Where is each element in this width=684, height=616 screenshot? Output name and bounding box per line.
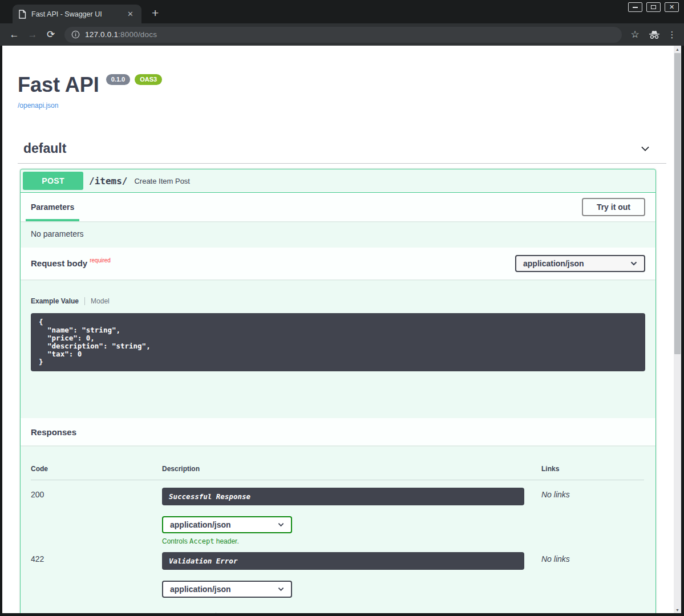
tab-model[interactable]: Model <box>216 613 241 613</box>
tag-name: default <box>23 141 66 156</box>
parameters-section-header: Parameters Try it out <box>21 193 655 221</box>
chevron-down-icon <box>278 522 284 527</box>
window-frame-bottom <box>0 613 684 616</box>
column-description: Description <box>162 465 524 480</box>
column-code: Code <box>31 465 162 480</box>
accept-note-suffix: header. <box>214 537 238 545</box>
address-bar[interactable]: 127.0.0.1:8000/docs <box>64 27 622 43</box>
window-controls: ✕ <box>628 2 679 12</box>
http-method-badge: POST <box>23 172 83 190</box>
response-description: Successful Response <box>162 488 524 505</box>
operation-path: /items/ <box>89 176 127 187</box>
page-scrollbar[interactable]: ▲ ▼ <box>674 46 681 613</box>
response-media-type-select[interactable]: application/json <box>162 516 292 533</box>
minimize-button[interactable] <box>628 2 642 12</box>
browser-menu-icon[interactable]: ⋮ <box>665 30 679 40</box>
url-path: :8000/docs <box>118 30 157 39</box>
operation-description: Create Item Post <box>134 177 190 185</box>
document-favicon-icon <box>18 10 26 19</box>
close-button[interactable]: ✕ <box>665 2 679 12</box>
maximize-icon <box>651 5 656 9</box>
response-code: 200 <box>31 488 162 545</box>
url-text: 127.0.0.1:8000/docs <box>85 30 157 39</box>
version-badge: 0.1.0 <box>106 74 130 85</box>
response-media-type-value: application/json <box>170 520 231 529</box>
site-info-icon[interactable] <box>71 30 80 39</box>
api-badges: 0.1.0 OAS3 <box>106 74 162 85</box>
api-title-text: Fast API <box>18 73 99 96</box>
accept-note-prefix: Controls <box>162 537 189 545</box>
response-row-422: 422 Validation Error application/json <box>31 545 644 613</box>
reload-button[interactable]: ⟳ <box>42 30 60 39</box>
api-title: Fast API 0.1.0 OAS3 <box>18 73 658 96</box>
request-media-type-value: application/json <box>523 259 584 268</box>
required-label: required <box>90 257 111 264</box>
column-links: Links <box>524 465 644 480</box>
chevron-down-icon[interactable] <box>639 143 651 155</box>
response-code: 422 <box>31 552 162 613</box>
window-frame-right <box>681 46 684 613</box>
browser-toolbar: ← → ⟳ 127.0.0.1:8000/docs ☆ ⋮ <box>0 23 684 46</box>
request-example-code: { "name": "string", "price": 0, "descrip… <box>31 313 645 371</box>
response-description-cell: Validation Error application/json Exampl… <box>162 552 524 613</box>
tab-parameters[interactable]: Parameters <box>26 202 79 221</box>
browser-window: Fast API - Swagger UI ✕ + ✕ ← → ⟳ 127.0.… <box>0 0 684 616</box>
response-row-200: 200 Successful Response application/json… <box>31 480 644 545</box>
swagger-page: Fast API 0.1.0 OAS3 /openapi.json defaul… <box>2 46 674 613</box>
responses-table-head: Code Description Links <box>31 465 644 480</box>
openapi-spec-link[interactable]: /openapi.json <box>18 102 58 110</box>
bookmark-star-icon[interactable]: ☆ <box>626 29 643 40</box>
maximize-button[interactable] <box>646 2 661 12</box>
incognito-icon <box>643 30 665 39</box>
close-icon: ✕ <box>669 4 674 10</box>
request-media-type-select[interactable]: application/json <box>515 255 645 272</box>
new-tab-button[interactable]: + <box>152 7 159 19</box>
request-body-section-header: Request bodyrequired application/json <box>21 248 655 279</box>
response-description: Validation Error <box>162 552 524 570</box>
scrollbar-thumb[interactable] <box>674 53 681 354</box>
request-body-label: Request body <box>31 258 87 268</box>
response-media-type-select[interactable]: application/json <box>162 581 292 598</box>
responses-table: Code Description Links 200 Successful Re… <box>21 445 655 613</box>
tab-model[interactable]: Model <box>85 297 110 305</box>
chevron-down-icon <box>630 261 637 266</box>
request-body-label-group: Request bodyrequired <box>31 258 111 269</box>
forward-button[interactable]: → <box>23 30 42 39</box>
back-button[interactable]: ← <box>5 30 23 39</box>
accept-note-code: Accept <box>189 537 214 545</box>
post-items-opblock: POST /items/ Create Item Post Parameters… <box>20 169 656 613</box>
response-description-cell: Successful Response application/json Con… <box>162 488 524 545</box>
browser-tab[interactable]: Fast API - Swagger UI ✕ <box>13 5 141 23</box>
responses-section-header: Responses <box>21 418 655 445</box>
minimize-icon <box>633 7 638 8</box>
url-host: 127.0.0.1 <box>85 30 118 39</box>
responses-label: Responses <box>31 427 76 437</box>
request-body-content: Example Value Model { "name": "string", … <box>21 279 655 418</box>
response-links: No links <box>524 488 644 545</box>
response-links: No links <box>524 552 644 613</box>
tag-section-header[interactable]: default <box>18 141 666 164</box>
accept-header-note: Controls Accept header. <box>162 537 524 545</box>
no-parameters-message: No parameters <box>21 221 655 248</box>
scrollbar-up-arrow[interactable]: ▲ <box>674 46 681 52</box>
chevron-down-icon <box>278 587 284 591</box>
scrollbar-down-arrow[interactable]: ▼ <box>674 606 681 613</box>
tab-strip: Fast API - Swagger UI ✕ + ✕ <box>0 0 684 23</box>
try-it-out-button[interactable]: Try it out <box>582 198 645 216</box>
response-media-type-value: application/json <box>170 585 231 594</box>
tab-example-value[interactable]: Example Value <box>31 297 85 305</box>
tab-title: Fast API - Swagger UI <box>31 10 120 18</box>
oas3-badge: OAS3 <box>135 74 162 85</box>
tab-close-icon[interactable]: ✕ <box>125 10 136 18</box>
example-model-tabs: Example Value Model <box>31 297 645 305</box>
operation-summary[interactable]: POST /items/ Create Item Post <box>21 169 655 193</box>
